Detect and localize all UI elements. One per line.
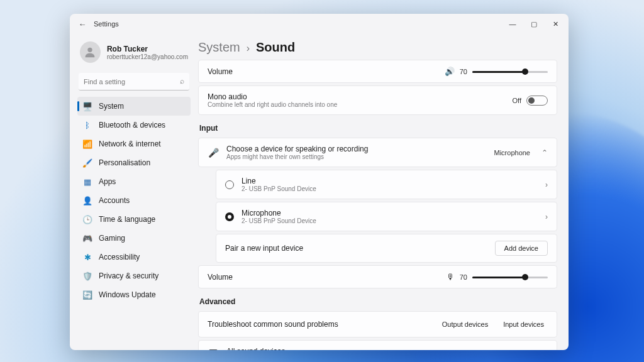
breadcrumb: System › Sound (198, 38, 557, 60)
sidebar-item-apps[interactable]: ▦Apps (77, 172, 191, 191)
avatar (80, 41, 101, 63)
maximize-button[interactable]: ▢ (523, 15, 545, 33)
output-volume-label: Volume (208, 67, 233, 76)
input-device-radio[interactable] (225, 180, 234, 189)
sidebar-item-label: Windows Update (99, 290, 156, 299)
mono-audio-row[interactable]: Mono audio Combine left and right audio … (198, 85, 557, 115)
nav-icon: 📶 (82, 139, 92, 149)
sidebar-item-label: Network & internet (99, 140, 161, 148)
troubleshoot-row: Troubleshoot common sound problems Outpu… (198, 311, 557, 337)
microphone-icon: 🎤 (208, 148, 219, 158)
person-icon (83, 45, 97, 59)
input-volume-slider[interactable] (472, 273, 548, 282)
choose-input-subtitle: Apps might have their own settings (226, 153, 368, 160)
mono-audio-state: Off (513, 97, 521, 104)
troubleshoot-input-link[interactable]: Input devices (499, 318, 548, 331)
settings-window: ← Settings — ▢ ✕ Rob Tucker roberttucker… (70, 14, 569, 350)
sidebar-item-label: Bluetooth & devices (99, 121, 165, 129)
sidebar-item-personalisation[interactable]: 🖌️Personalisation (77, 153, 191, 172)
input-device-name: Line (242, 177, 316, 185)
sidebar-item-gaming[interactable]: 🎮Gaming (77, 229, 191, 248)
output-volume-slider[interactable] (472, 67, 548, 76)
close-button[interactable]: ✕ (545, 15, 566, 33)
input-device-sub: 2- USB PnP Sound Device (242, 217, 316, 224)
search-wrapper: ⌕ (79, 73, 189, 90)
sidebar-item-accessibility[interactable]: ✱Accessibility (77, 248, 191, 266)
current-input-device: Microphone (494, 149, 530, 156)
minimize-button[interactable]: — (502, 15, 523, 33)
input-volume-row[interactable]: Volume 🎙 70 (198, 265, 557, 288)
nav-icon: ᛒ (82, 120, 92, 130)
pair-input-device-row: Pair a new input device Add device (216, 234, 557, 263)
chevron-up-icon: ⌃ (541, 148, 548, 157)
mono-audio-toggle[interactable] (526, 96, 548, 106)
sidebar-item-label: Apps (99, 177, 116, 186)
sidebar-item-label: Privacy & security (99, 272, 158, 280)
nav-icon: 🛡️ (82, 271, 92, 281)
input-device-sub: 2- USB PnP Sound Device (242, 185, 316, 192)
sidebar-item-accounts[interactable]: 👤Accounts (77, 191, 191, 210)
speaker-device-icon (208, 349, 219, 351)
nav-icon: 👤 (82, 195, 92, 206)
profile-block[interactable]: Rob Tucker roberttucker12a@yahoo.com (77, 36, 191, 72)
microphone-icon: 🎙 (447, 272, 455, 282)
chevron-right-icon: › (545, 212, 548, 221)
choose-input-title: Choose a device for speaking or recordin… (226, 145, 368, 153)
nav-icon: 🎮 (82, 233, 92, 243)
choose-input-device-row[interactable]: 🎤 Choose a device for speaking or record… (198, 138, 557, 167)
sidebar-item-time-language[interactable]: 🕒Time & language (77, 210, 191, 229)
nav-icon: 🔄 (82, 290, 92, 300)
input-device-row[interactable]: Line2- USB PnP Sound Device› (216, 170, 557, 199)
input-device-radio[interactable] (225, 212, 234, 221)
nav-icon: 🖥️ (82, 101, 92, 111)
sidebar-item-bluetooth-devices[interactable]: ᛒBluetooth & devices (77, 116, 191, 134)
sidebar-item-privacy-security[interactable]: 🛡️Privacy & security (77, 266, 191, 285)
input-section-label: Input (199, 124, 557, 133)
sidebar-item-network-internet[interactable]: 📶Network & internet (77, 134, 191, 153)
all-sound-devices-row[interactable]: All sound devices Turn devices on/off, t… (198, 340, 557, 350)
mono-audio-title: Mono audio (208, 92, 337, 101)
sidebar-item-label: Accessibility (99, 253, 140, 261)
sidebar: Rob Tucker roberttucker12a@yahoo.com ⌕ 🖥… (70, 34, 196, 350)
content-pane[interactable]: System › Sound Volume 🔊 70 (196, 34, 569, 350)
input-device-name: Microphone (242, 209, 316, 217)
advanced-section-label: Advanced (199, 297, 557, 306)
sidebar-item-label: System (99, 102, 124, 111)
speaker-icon: 🔊 (445, 67, 455, 76)
sidebar-item-label: Accounts (99, 196, 130, 205)
profile-name: Rob Tucker (107, 45, 188, 53)
profile-email: roberttucker12a@yahoo.com (107, 53, 188, 60)
troubleshoot-label: Troubleshoot common sound problems (208, 320, 338, 329)
output-volume-row[interactable]: Volume 🔊 70 (198, 60, 557, 83)
nav-icon: ✱ (82, 252, 92, 262)
nav-icon: 🕒 (82, 214, 92, 224)
breadcrumb-current: Sound (256, 40, 295, 55)
all-sound-title: All sound devices (226, 347, 357, 350)
mono-audio-subtitle: Combine left and right audio channels in… (208, 101, 337, 108)
nav-icon: ▦ (82, 177, 92, 187)
add-device-button[interactable]: Add device (495, 241, 548, 256)
input-volume-value: 70 (460, 273, 467, 281)
search-icon: ⌕ (180, 77, 184, 85)
input-device-row[interactable]: Microphone2- USB PnP Sound Device› (216, 202, 557, 231)
sidebar-item-label: Gaming (99, 234, 125, 243)
breadcrumb-parent[interactable]: System (198, 40, 240, 55)
chevron-right-icon: › (247, 43, 250, 54)
back-button[interactable]: ← (75, 19, 90, 29)
search-input[interactable] (79, 73, 189, 90)
sidebar-item-windows-update[interactable]: 🔄Windows Update (77, 285, 191, 304)
troubleshoot-output-link[interactable]: Output devices (438, 318, 492, 331)
output-volume-value: 70 (460, 68, 467, 75)
sidebar-item-label: Personalisation (99, 158, 150, 167)
sidebar-item-system[interactable]: 🖥️System (77, 97, 191, 116)
svg-point-0 (88, 48, 92, 52)
nav-list: 🖥️SystemᛒBluetooth & devices📶Network & i… (77, 97, 191, 304)
sidebar-item-label: Time & language (99, 215, 155, 224)
nav-icon: 🖌️ (82, 158, 92, 168)
window-title: Settings (94, 20, 119, 28)
chevron-right-icon: › (545, 180, 548, 189)
pair-input-label: Pair a new input device (225, 244, 303, 253)
titlebar: ← Settings — ▢ ✕ (70, 14, 569, 34)
input-volume-label: Volume (208, 273, 233, 282)
